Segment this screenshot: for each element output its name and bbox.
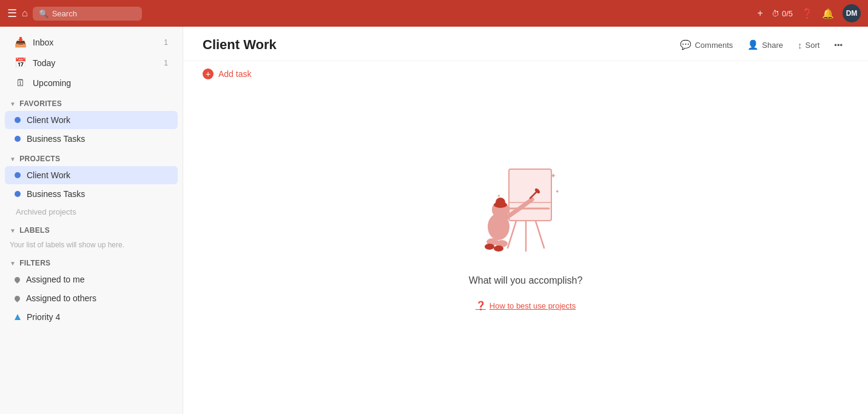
labels-section-label: Labels [19, 226, 50, 235]
share-button[interactable]: 👤 Share [741, 36, 789, 53]
how-to-link-label: How to best use projects [490, 301, 576, 310]
proj-client-work-dot [15, 172, 21, 178]
empty-state: ✦ ✦ ✦ What will you accomplish? ❓ How to… [183, 87, 868, 414]
sort-icon: ↕ [798, 40, 802, 50]
add-task-circle-icon: + [203, 68, 214, 79]
labels-section-header[interactable]: ▼ Labels [0, 220, 183, 237]
priority4-dot [15, 314, 21, 320]
comments-button[interactable]: 💬 Comments [674, 36, 739, 53]
labels-chevron-icon: ▼ [10, 227, 16, 234]
assigned-others-dot [13, 295, 21, 302]
comments-icon: 💬 [680, 39, 691, 50]
progress-timer-icon: ⏱ [772, 9, 779, 18]
proj-business-tasks-dot [15, 191, 21, 197]
add-task-label: Add task [218, 69, 251, 79]
sort-button[interactable]: ↕ Sort [792, 37, 826, 53]
favorites-label: Favorites [19, 99, 62, 108]
search-bar[interactable]: 🔍 Search [33, 7, 142, 21]
today-icon: 📅 [15, 57, 27, 68]
sidebar-today-label: Today [33, 58, 55, 68]
sidebar: 📥 Inbox 1 📅 Today 1 🗓 Upcoming ▼ Favorit… [0, 27, 183, 414]
content-actions-bar: 💬 Comments 👤 Share ↕ Sort ••• [674, 36, 849, 53]
progress-indicator[interactable]: ⏱ 0/5 [772, 9, 793, 18]
svg-point-17 [485, 244, 494, 250]
add-icon[interactable]: + [758, 8, 763, 19]
fav-business-tasks-label: Business Tasks [27, 134, 85, 144]
today-badge: 1 [164, 59, 168, 67]
empty-state-title: What will you accomplish? [469, 275, 583, 286]
projects-section-header[interactable]: ▼ Projects [0, 149, 183, 165]
sidebar-item-proj-business-tasks[interactable]: Business Tasks [5, 185, 178, 203]
help-icon[interactable]: ❓ [801, 8, 813, 19]
filters-section-label: Filters [19, 259, 50, 267]
content-header: Client Work 💬 Comments 👤 Share ↕ Sort ••… [183, 27, 868, 61]
sidebar-item-priority4[interactable]: Priority 4 [5, 308, 178, 326]
fav-client-work-dot [15, 117, 21, 123]
user-avatar[interactable]: DM [843, 4, 861, 22]
main-content: Client Work 💬 Comments 👤 Share ↕ Sort ••… [183, 27, 868, 414]
bell-icon[interactable]: 🔔 [822, 8, 834, 19]
priority4-label: Priority 4 [27, 312, 60, 322]
progress-text: 0/5 [782, 9, 793, 18]
sidebar-item-fav-client-work[interactable]: Client Work [5, 111, 178, 129]
proj-client-work-label: Client Work [27, 170, 70, 180]
add-task-row[interactable]: + Add task [183, 61, 868, 87]
assigned-me-label: Assigned to me [26, 275, 85, 284]
sidebar-item-upcoming[interactable]: 🗓 Upcoming [5, 73, 178, 93]
favorites-chevron-icon: ▼ [10, 101, 16, 107]
how-to-link[interactable]: ❓ How to best use projects [476, 301, 576, 310]
inbox-badge: 1 [164, 38, 168, 47]
search-icon: 🔍 [39, 9, 49, 18]
sidebar-item-assigned-me[interactable]: Assigned to me [5, 270, 178, 289]
share-label: Share [762, 41, 783, 50]
favorites-section-header[interactable]: ▼ Favorites [0, 93, 183, 110]
sort-label: Sort [806, 41, 820, 50]
comments-label: Comments [695, 41, 733, 50]
sidebar-item-today[interactable]: 📅 Today 1 [5, 53, 178, 73]
assigned-others-label: Assigned to others [26, 293, 96, 303]
labels-hint: Your list of labels will show up here. [0, 237, 183, 253]
sidebar-item-fav-business-tasks[interactable]: Business Tasks [5, 130, 178, 148]
svg-point-18 [494, 245, 503, 252]
sidebar-item-inbox[interactable]: 📥 Inbox 1 [5, 32, 178, 52]
main-layout: 📥 Inbox 1 📅 Today 1 🗓 Upcoming ▼ Favorit… [0, 27, 868, 414]
sidebar-upcoming-label: Upcoming [33, 78, 71, 88]
search-label: Search [52, 9, 77, 18]
projects-chevron-icon: ▼ [10, 156, 16, 162]
proj-business-tasks-label: Business Tasks [27, 189, 85, 199]
svg-point-9 [494, 202, 507, 208]
fav-business-tasks-dot [15, 136, 21, 142]
more-options-button[interactable]: ••• [828, 38, 849, 53]
how-to-link-icon: ❓ [476, 301, 486, 310]
svg-text:✦: ✦ [555, 189, 560, 195]
upcoming-icon: 🗓 [15, 78, 27, 88]
home-icon[interactable]: ⌂ [22, 8, 28, 19]
archived-projects-link[interactable]: Archived projects [0, 204, 183, 220]
sidebar-item-assigned-others[interactable]: Assigned to others [5, 289, 178, 307]
hamburger-menu-icon[interactable]: ☰ [7, 7, 17, 20]
svg-text:✦: ✦ [550, 172, 556, 180]
projects-label: Projects [19, 155, 60, 163]
svg-text:✦: ✦ [497, 193, 501, 199]
filters-section-header[interactable]: ▼ Filters [0, 253, 183, 270]
empty-state-illustration: ✦ ✦ ✦ [465, 154, 587, 263]
more-options-icon: ••• [834, 41, 843, 50]
assigned-me-dot [13, 276, 21, 284]
sidebar-inbox-label: Inbox [33, 38, 53, 47]
fav-client-work-label: Client Work [27, 115, 70, 125]
sidebar-item-proj-client-work[interactable]: Client Work [5, 166, 178, 184]
page-title: Client Work [203, 37, 277, 53]
top-navigation: ☰ ⌂ 🔍 Search + ⏱ 0/5 ❓ 🔔 DM [0, 0, 868, 27]
filters-chevron-icon: ▼ [10, 260, 16, 267]
share-icon: 👤 [747, 39, 759, 50]
inbox-icon: 📥 [15, 36, 27, 48]
